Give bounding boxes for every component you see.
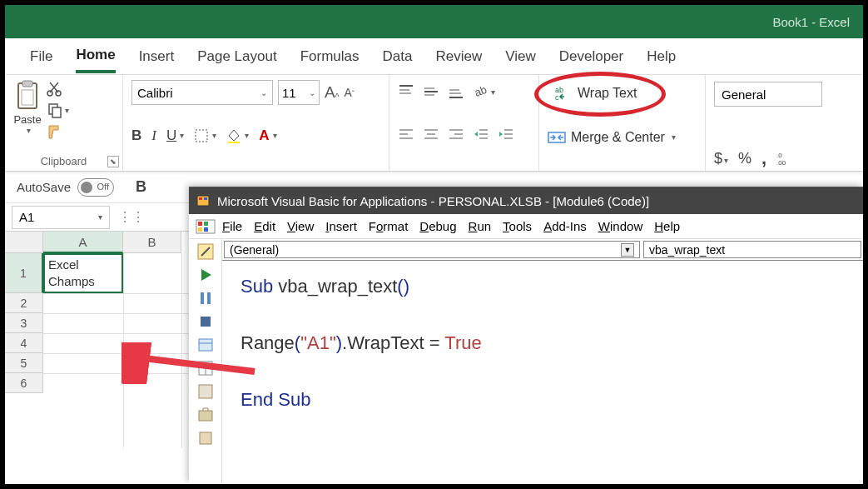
svg-rect-1 — [22, 81, 32, 87]
tab-developer[interactable]: Developer — [559, 42, 624, 72]
clipboard-dialog-launcher[interactable]: ⬊ — [107, 156, 119, 167]
row-header-4[interactable]: 4 — [5, 333, 43, 353]
tab-home[interactable]: Home — [76, 40, 115, 73]
vbe-menu-help[interactable]: Help — [649, 217, 685, 235]
column-header-A[interactable]: A — [43, 232, 123, 253]
bold-button[interactable]: B — [131, 127, 141, 144]
row-header-3[interactable]: 3 — [5, 313, 43, 333]
row-header-6[interactable]: 6 — [5, 373, 43, 393]
vbe-properties-icon[interactable] — [196, 359, 215, 377]
vbe-menu-format[interactable]: Format — [364, 217, 414, 235]
wrap-text-label: Wrap Text — [578, 86, 637, 101]
vbe-menu-insert[interactable]: Insert — [320, 217, 362, 235]
align-left-icon[interactable] — [398, 127, 414, 143]
vbe-menu-addins[interactable]: Add-Ins — [538, 217, 592, 235]
svg-rect-46 — [198, 227, 202, 232]
tab-help[interactable]: Help — [647, 42, 676, 72]
decrease-font-button[interactable]: Aˇ — [344, 86, 355, 99]
align-right-icon[interactable] — [448, 127, 464, 143]
vbe-menu-tools[interactable]: Tools — [498, 217, 537, 235]
tab-file[interactable]: File — [30, 42, 52, 72]
borders-button[interactable]: ▾ — [194, 128, 216, 143]
percent-button[interactable]: % — [738, 150, 751, 167]
name-box[interactable]: A1▾ — [12, 206, 110, 229]
vbe-menu-run[interactable]: Run — [464, 217, 497, 235]
tab-review[interactable]: Review — [435, 42, 482, 72]
alignment-group: ab▾ — [389, 75, 539, 171]
cut-icon[interactable] — [47, 80, 63, 97]
vbe-code-pane[interactable]: Sub vba_wrap_text() Range("A1").WrapText… — [222, 260, 863, 484]
select-all-corner[interactable] — [5, 232, 43, 253]
tab-formulas[interactable]: Formulas — [300, 42, 360, 72]
italic-button[interactable]: I — [151, 127, 156, 144]
tab-data[interactable]: Data — [383, 42, 413, 72]
align-middle-icon[interactable] — [423, 83, 439, 100]
fill-color-button[interactable]: ▾ — [226, 128, 249, 143]
vbe-project-icon[interactable] — [196, 336, 215, 354]
align-center-icon[interactable] — [423, 127, 439, 143]
vbe-menu-file[interactable]: File — [217, 217, 247, 235]
tab-view[interactable]: View — [505, 42, 536, 72]
orientation-button[interactable]: ab▾ — [473, 83, 495, 100]
decrease-indent-icon[interactable] — [473, 127, 489, 143]
cell-A1[interactable]: Excel Champs — [43, 253, 123, 293]
number-group: General $▾ % , .0.00 — [706, 75, 831, 171]
merge-center-label: Merge & Center — [571, 130, 665, 145]
row-header-2[interactable]: 2 — [5, 293, 43, 313]
font-name-value: Calibri — [137, 86, 173, 100]
align-top-icon[interactable] — [398, 83, 414, 100]
vbe-design-icon[interactable] — [196, 242, 215, 261]
increase-font-button[interactable]: A^ — [325, 83, 339, 102]
number-format-select[interactable]: General — [714, 82, 822, 107]
font-size-select[interactable]: 11⌄ — [278, 80, 320, 105]
wrap-text-button[interactable]: abc Wrap Text — [548, 82, 697, 105]
align-bottom-icon[interactable] — [448, 83, 464, 100]
vbe-procedure-value: vba_wrap_text — [649, 243, 725, 257]
svg-text:c: c — [555, 93, 559, 102]
font-name-select[interactable]: Calibri⌄ — [131, 80, 273, 105]
vbe-misc-icon[interactable] — [196, 429, 215, 447]
svg-rect-50 — [207, 292, 211, 304]
svg-rect-7 — [196, 130, 207, 142]
vbe-pause-icon[interactable] — [196, 289, 215, 307]
copy-icon — [47, 102, 63, 118]
vbe-menu-edit[interactable]: Edit — [249, 217, 280, 235]
merge-center-button[interactable]: Merge & Center ▾ — [548, 126, 697, 149]
increase-indent-icon[interactable] — [498, 127, 514, 143]
vbe-menu-window[interactable]: Window — [593, 217, 647, 235]
copy-button[interactable]: ▾ — [47, 102, 69, 118]
vbe-toolbox-icon[interactable] — [196, 406, 215, 424]
vbe-stop-icon[interactable] — [196, 312, 215, 331]
vbe-browser-icon[interactable] — [196, 382, 215, 401]
vbe-menu-debug[interactable]: Debug — [414, 217, 461, 235]
svg-rect-6 — [52, 107, 61, 117]
currency-button[interactable]: $▾ — [714, 150, 728, 167]
chevron-down-icon: ▾ — [98, 212, 102, 222]
cell-A1-line1: Excel — [48, 257, 79, 272]
underline-button[interactable]: U▾ — [166, 127, 184, 144]
comma-button[interactable]: , — [761, 147, 766, 169]
font-color-button[interactable]: A▾ — [259, 127, 276, 144]
svg-text:.0: .0 — [776, 152, 782, 159]
vbe-excel-icon[interactable] — [196, 217, 216, 236]
chevron-down-icon: ▼ — [621, 243, 634, 257]
vbe-procedure-select[interactable]: vba_wrap_text — [643, 241, 861, 258]
row-header-5[interactable]: 5 — [5, 353, 43, 373]
tab-page-layout[interactable]: Page Layout — [197, 42, 276, 72]
vbe-run-icon[interactable] — [196, 266, 215, 284]
vbe-title-bar[interactable]: Microsoft Visual Basic for Applications … — [189, 187, 863, 214]
svg-rect-42 — [204, 197, 207, 200]
vbe-object-select[interactable]: (General)▼ — [224, 241, 640, 258]
paste-button[interactable]: Paste ▾ — [13, 80, 42, 140]
increase-decimal-icon[interactable]: .0.00 — [776, 151, 791, 166]
row-header-1[interactable]: 1 — [5, 253, 43, 293]
tab-insert[interactable]: Insert — [139, 42, 175, 72]
format-painter-icon[interactable] — [47, 123, 63, 140]
formula-fx-icon[interactable]: ⋮⋮ — [118, 209, 145, 225]
ribbon-tabs: File Home Insert Page Layout Formulas Da… — [5, 38, 863, 75]
chevron-down-icon: ⌄ — [260, 88, 267, 97]
autosave-toggle[interactable]: Off — [77, 178, 114, 197]
svg-rect-57 — [199, 385, 212, 398]
vbe-menu-view[interactable]: View — [282, 217, 319, 235]
column-header-B[interactable]: B — [123, 232, 181, 253]
